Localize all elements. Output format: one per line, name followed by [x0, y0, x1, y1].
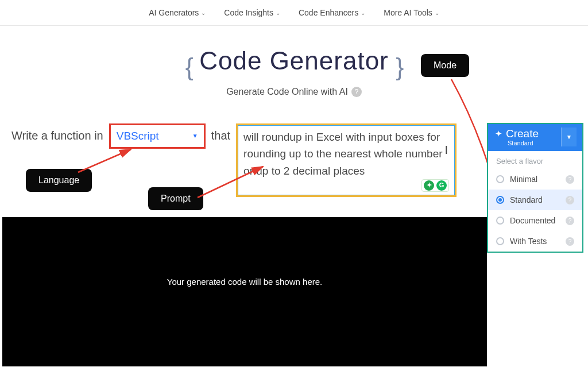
create-button-sub: Standard — [508, 140, 539, 146]
chevron-down-icon: ⌄ — [276, 10, 280, 16]
flavor-label: With Tests — [510, 237, 547, 246]
subtitle-text: Generate Code Online with AI — [226, 87, 348, 97]
flavor-label: Minimal — [510, 175, 537, 184]
middle-text: that — [211, 123, 230, 142]
nav-more-tools[interactable]: More AI Tools ⌄ — [384, 8, 439, 17]
prompt-value: will roundup in Excel with input boxes f… — [243, 131, 442, 177]
help-icon[interactable]: ? — [566, 217, 574, 225]
flavor-documented[interactable]: Documented ? — [488, 210, 582, 231]
help-icon[interactable]: ? — [566, 237, 574, 246]
callout-prompt: Prompt — [148, 187, 203, 210]
create-panel: ✦ Create Standard ▼ Select a flavor Mini… — [487, 123, 583, 253]
prompt-input[interactable]: will roundup in Excel with input boxes f… — [236, 123, 457, 197]
flavor-label: Standard — [510, 195, 543, 204]
flavor-with-tests[interactable]: With Tests ? — [488, 231, 582, 252]
callout-mode: Mode — [421, 54, 469, 77]
text-cursor-icon: I — [445, 141, 448, 159]
page-header: { Code Generator } Generate Code Online … — [0, 47, 588, 97]
nav-item-label: AI Generators — [149, 8, 199, 17]
chevron-down-icon: ⌄ — [361, 10, 365, 16]
flavor-title: Select a flavor — [488, 151, 582, 169]
callout-label: Mode — [434, 60, 457, 70]
bulb-icon: ✦ — [424, 180, 434, 191]
output-area: Your generated code will be shown here. — [2, 217, 487, 366]
page-title: Code Generator — [199, 47, 389, 75]
brace-left-icon: { — [185, 53, 192, 80]
help-icon[interactable]: ? — [566, 175, 574, 184]
radio-icon — [496, 217, 504, 225]
chevron-down-icon: ⌄ — [435, 10, 439, 16]
callout-label: Language — [38, 175, 79, 185]
callout-label: Prompt — [161, 194, 191, 203]
caret-down-icon: ▼ — [566, 134, 572, 140]
output-placeholder: Your generated code will be shown here. — [167, 277, 322, 287]
create-dropdown-toggle[interactable]: ▼ — [561, 128, 577, 146]
nav-item-label: More AI Tools — [384, 8, 432, 17]
help-icon[interactable]: ? — [566, 196, 574, 204]
create-button-label: Create — [506, 128, 539, 140]
caret-down-icon: ▼ — [192, 133, 198, 139]
help-icon[interactable]: ? — [351, 87, 362, 97]
create-button[interactable]: ✦ Create Standard ▼ — [488, 124, 582, 151]
nav-item-label: Code Enhancers — [299, 8, 358, 17]
language-select[interactable]: VBScript ▼ — [109, 123, 206, 149]
radio-icon — [496, 237, 504, 245]
sparkle-icon: ✦ — [495, 129, 502, 139]
page-subtitle: Generate Code Online with AI ? — [0, 87, 588, 97]
nav-item-label: Code Insights — [224, 8, 273, 17]
flavor-standard[interactable]: Standard ? — [488, 190, 582, 210]
grammarly-icon: G — [436, 180, 447, 191]
chevron-down-icon: ⌄ — [201, 10, 206, 16]
brace-right-icon: } — [396, 53, 403, 80]
language-value: VBScript — [117, 130, 159, 142]
top-nav: AI Generators ⌄ Code Insights ⌄ Code Enh… — [0, 0, 588, 26]
radio-icon — [496, 175, 504, 183]
radio-checked-icon — [496, 196, 504, 204]
prefix-text: Write a function in — [11, 123, 103, 142]
flavor-label: Documented — [510, 216, 555, 225]
nav-code-insights[interactable]: Code Insights ⌄ — [224, 8, 280, 17]
flavor-minimal[interactable]: Minimal ? — [488, 169, 582, 190]
nav-ai-generators[interactable]: AI Generators ⌄ — [149, 8, 206, 17]
callout-language: Language — [26, 169, 92, 192]
nav-code-enhancers[interactable]: Code Enhancers ⌄ — [299, 8, 365, 17]
grammarly-badges[interactable]: ✦ G — [421, 179, 449, 192]
